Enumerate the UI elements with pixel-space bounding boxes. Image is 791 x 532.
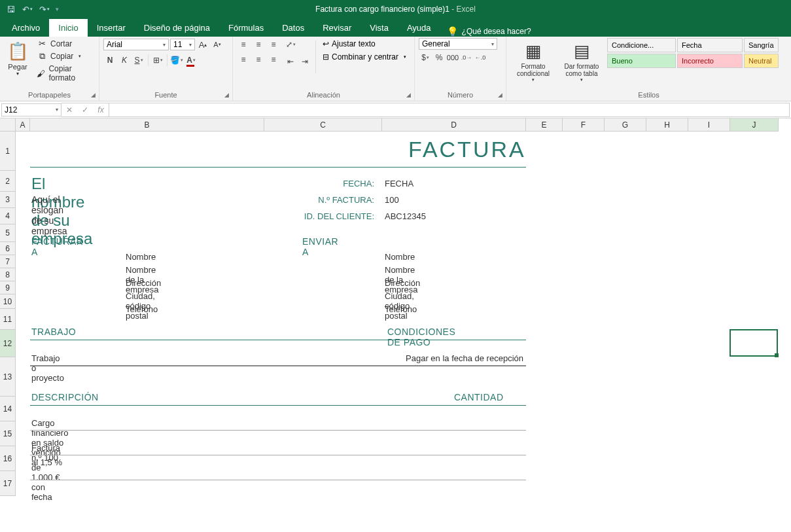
column-header-B[interactable]: B [30, 118, 264, 132]
formula-input[interactable] [109, 103, 790, 117]
alignment-launcher[interactable]: ◢ [404, 90, 413, 99]
column-header-E[interactable]: E [526, 118, 563, 132]
percent-format-button[interactable]: % [432, 51, 446, 64]
shrink-font-button[interactable]: A▾ [211, 38, 224, 51]
customer-id-value[interactable]: ABC12345 [385, 211, 426, 221]
align-middle-button[interactable]: ≡ [252, 38, 265, 51]
column-header-C[interactable]: C [264, 118, 382, 132]
tab-view[interactable]: Vista [360, 19, 398, 37]
style-sangria[interactable]: Sangría [744, 38, 779, 52]
column-header-J[interactable]: J [730, 118, 779, 132]
ship-to-line[interactable]: Nombre [385, 252, 415, 262]
bill-to-line[interactable]: Nombre [126, 252, 156, 262]
align-top-button[interactable]: ≡ [237, 38, 250, 51]
row-header-6[interactable]: 6 [0, 242, 16, 255]
row-header-2[interactable]: 2 [0, 171, 16, 192]
row-header-14[interactable]: 14 [0, 397, 16, 421]
tab-formulas[interactable]: Fórmulas [219, 19, 273, 37]
merge-center-button[interactable]: ⊟Combinar y centrar▾ [320, 51, 410, 63]
bold-button[interactable]: N [103, 54, 116, 67]
copy-button[interactable]: ⧉Copiar▾ [34, 50, 95, 62]
row-header-12[interactable]: 12 [0, 330, 16, 357]
cut-button[interactable]: ✂Cortar [34, 38, 95, 49]
style-bueno[interactable]: Bueno [607, 54, 676, 68]
insert-function-button[interactable]: fx [93, 103, 109, 116]
line-item-2[interactable]: Factura n.º 100 de 1.000 € con fecha [31, 443, 60, 502]
row-header-3[interactable]: 3 [0, 192, 16, 208]
underline-button[interactable]: S▾ [132, 54, 145, 67]
enter-formula-button[interactable]: ✓ [77, 103, 93, 116]
row-header-4[interactable]: 4 [0, 208, 16, 224]
style-fecha[interactable]: Fecha [677, 38, 743, 52]
wrap-text-button[interactable]: ↩Ajustar texto [320, 38, 410, 50]
ship-to-line[interactable]: Teléfono [385, 304, 417, 314]
orientation-button[interactable]: ⤢▾ [284, 38, 297, 51]
row-header-13[interactable]: 13 [0, 357, 16, 397]
bill-to-line[interactable]: Teléfono [126, 304, 158, 314]
terms-value[interactable]: Pagar en la fecha de recepción [373, 353, 523, 363]
row-header-11[interactable]: 11 [0, 309, 16, 330]
font-name-combo[interactable]: Arial▾ [103, 39, 169, 50]
italic-button[interactable]: K [118, 54, 131, 67]
number-format-combo[interactable]: General▾ [419, 38, 497, 50]
row-header-5[interactable]: 5 [0, 224, 16, 242]
row-header-17[interactable]: 17 [0, 471, 16, 496]
save-button[interactable]: 🖫 [3, 2, 18, 16]
tab-file[interactable]: Archivo [3, 19, 49, 37]
spreadsheet-grid[interactable]: ABCDEFGHIJ 1234567891011121314151617 FAC… [0, 118, 791, 532]
row-header-1[interactable]: 1 [0, 132, 16, 171]
style-condicione[interactable]: Condicione... [607, 38, 676, 52]
row-header-10[interactable]: 10 [0, 294, 16, 309]
comma-format-button[interactable]: 000 [446, 51, 459, 64]
align-left-button[interactable]: ≡ [237, 53, 250, 66]
qat-customize-button[interactable]: ▾ [54, 6, 60, 12]
company-slogan[interactable]: Aquí el eslogan de su empresa [31, 194, 67, 236]
redo-button[interactable]: ↷▾ [37, 2, 52, 16]
font-color-button[interactable]: A▾ [185, 54, 198, 67]
tab-home[interactable]: Inicio [49, 19, 87, 37]
column-header-G[interactable]: G [605, 118, 646, 132]
cell-styles-gallery[interactable]: Condicione... Fecha Sangría Bueno Incorr… [607, 38, 779, 68]
bill-to-line[interactable]: Dirección [126, 278, 161, 288]
format-as-table-button[interactable]: ▤ Dar formato como tabla▾ [559, 38, 605, 84]
tab-help[interactable]: Ayuda [398, 19, 440, 37]
row-header-7[interactable]: 7 [0, 255, 16, 268]
font-launcher[interactable]: ◢ [222, 90, 231, 99]
paste-button[interactable]: 📋 Pegar ▾ [4, 38, 31, 78]
row-header-16[interactable]: 16 [0, 446, 16, 471]
increase-indent-button[interactable]: ⇥ [298, 55, 311, 68]
row-header-8[interactable]: 8 [0, 268, 16, 281]
tell-me-search[interactable]: 💡 ¿Qué desea hacer? [440, 26, 538, 37]
conditional-formatting-button[interactable]: ▦ Formato condicional▾ [510, 38, 556, 84]
column-header-I[interactable]: I [688, 118, 730, 132]
row-header-15[interactable]: 15 [0, 421, 16, 446]
align-center-button[interactable]: ≡ [252, 53, 265, 66]
borders-button[interactable]: ⊞▾ [151, 54, 164, 67]
decrease-indent-button[interactable]: ⇤ [284, 55, 297, 68]
align-right-button[interactable]: ≡ [267, 53, 280, 66]
cancel-formula-button[interactable]: ✕ [62, 103, 77, 116]
tab-review[interactable]: Revisar [313, 19, 360, 37]
undo-button[interactable]: ↶▾ [20, 2, 35, 16]
column-header-F[interactable]: F [563, 118, 605, 132]
name-box[interactable]: J12▾ [1, 103, 62, 116]
ship-to-line[interactable]: Dirección [385, 278, 420, 288]
row-header-9[interactable]: 9 [0, 281, 16, 294]
number-launcher[interactable]: ◢ [495, 90, 504, 99]
style-incorrecto[interactable]: Incorrecto [677, 54, 743, 68]
job-value[interactable]: Trabajo o proyecto [31, 353, 64, 383]
invoice-num-value[interactable]: 100 [385, 195, 399, 205]
align-bottom-button[interactable]: ≡ [267, 38, 280, 51]
fill-color-button[interactable]: 🪣▾ [170, 54, 183, 67]
style-neutral[interactable]: Neutral [744, 54, 779, 68]
date-value[interactable]: FECHA [385, 179, 413, 188]
grow-font-button[interactable]: A▴ [196, 38, 209, 51]
decrease-decimal-button[interactable]: ←.0 [474, 51, 487, 64]
tab-data[interactable]: Datos [273, 19, 313, 37]
tab-page-layout[interactable]: Diseño de página [135, 19, 219, 37]
format-painter-button[interactable]: 🖌Copiar formato [34, 63, 95, 83]
column-header-H[interactable]: H [646, 118, 688, 132]
accounting-format-button[interactable]: $▾ [419, 51, 432, 64]
font-size-combo[interactable]: 11▾ [170, 39, 195, 50]
increase-decimal-button[interactable]: .0→ [460, 51, 473, 64]
